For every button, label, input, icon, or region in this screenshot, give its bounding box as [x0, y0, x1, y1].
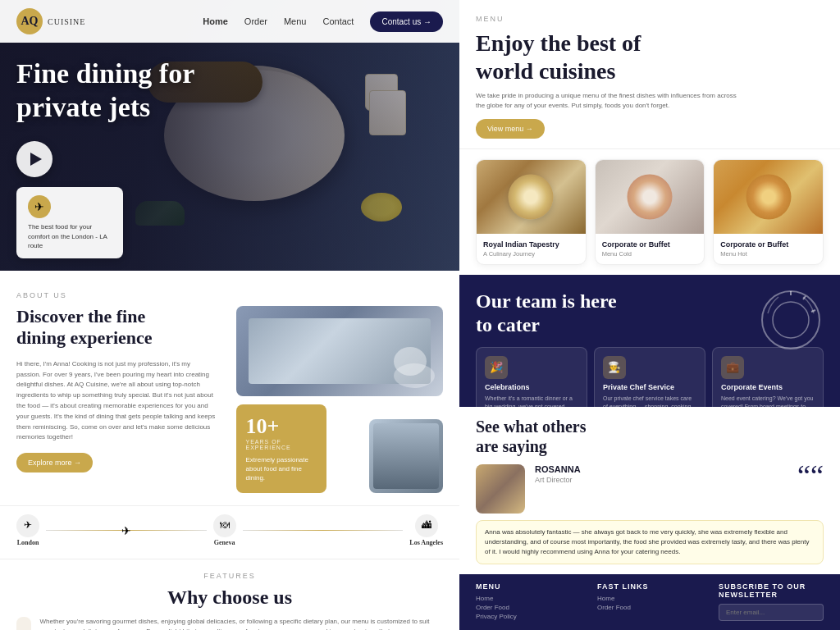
menu-card-indian: Royal Indian Tapestry A Culinary Journey [476, 159, 587, 265]
menu-card-curry: Corporate or Buffet Menu Hot [713, 159, 824, 265]
card-title-curry: Corporate or Buffet [720, 240, 816, 249]
stats-number: 10+ [246, 414, 317, 439]
nav-bar: AQ CUISINE Home Order Menu Contact Conta… [0, 0, 459, 43]
menu-title: Enjoy the best of world cuisines [476, 30, 824, 84]
team-section: Our team is here to cater [459, 275, 840, 407]
corporate-icon: 💼 [721, 356, 744, 379]
card-content-salmon: Corporate or Buffet Menu Cold [596, 234, 705, 264]
card-content-indian: Royal Indian Tapestry A Culinary Journey [477, 234, 586, 264]
newsletter-input[interactable] [719, 604, 824, 621]
features-title: Why choose us [16, 587, 443, 609]
card-subtitle-salmon: Menu Cold [602, 250, 698, 258]
logo-icon: AQ [16, 8, 43, 34]
route-mid: 🍽 Geneva [213, 514, 236, 546]
about-text-col: Discover the fine dining experience Hi t… [16, 306, 224, 493]
nav-link-menu[interactable]: Menu [284, 16, 307, 26]
feature-icon: 🍽 [16, 627, 31, 630]
nav-link-order[interactable]: Order [244, 16, 267, 26]
svg-point-0 [762, 291, 819, 349]
menu-card-salmon: Corporate or Buffet Menu Cold [595, 159, 705, 265]
left-panel: AQ CUISINE Home Order Menu Contact Conta… [0, 0, 459, 630]
card-img-indian [477, 160, 586, 234]
team-card-title-corporate: Corporate Events [721, 383, 815, 391]
team-card-body-corporate: Need event catering? We've got you cover… [721, 395, 815, 407]
jet-image [236, 306, 444, 396]
team-card-corporate: 💼 Corporate Events Need event catering? … [712, 347, 824, 407]
plate-icon [758, 287, 824, 353]
footer-menu-order[interactable]: Order Food [476, 604, 581, 611]
contact-button[interactable]: Contact us → [370, 11, 443, 32]
badge-icon: ✈ [28, 195, 51, 218]
nav-link-contact[interactable]: Contact [322, 16, 354, 26]
testimonial-section: See what others are saying ROSANNA Art D… [459, 407, 840, 574]
page-wrapper: AQ CUISINE Home Order Menu Contact Conta… [0, 0, 840, 630]
nav-links: Home Order Menu Contact [203, 16, 354, 26]
nav-link-home[interactable]: Home [203, 16, 228, 26]
route-to-city: Los Angeles [409, 539, 443, 546]
card-title-salmon: Corporate or Buffet [602, 240, 698, 249]
team-title: Our team is here to cater [476, 290, 617, 337]
play-icon [30, 153, 42, 166]
card-subtitle-indian: A Culinary Journey [483, 250, 579, 258]
team-card-celebrations: 🎉 Celebrations Whether it's a romantic d… [476, 347, 587, 407]
testimonial-text: Anna was absolutely fantastic — she alwa… [476, 520, 824, 564]
route-mid-city: Geneva [214, 539, 235, 546]
features-label: FEATURES [16, 572, 443, 580]
route-from-icon: ✈ [16, 514, 39, 537]
best-food-badge: ✈ The best food for your comfort on the … [16, 187, 123, 258]
footer-menu-title: Menu [476, 582, 581, 591]
route-mid-icon: 🍽 [213, 514, 236, 537]
testimonial-card: ROSANNA Art Director ““ [476, 464, 824, 514]
testimonial-role: Art Director [535, 476, 788, 484]
card-img-curry [714, 160, 823, 234]
team-card-title-celebrations: Celebrations [485, 383, 578, 391]
footer-fast-title: Fast Links [597, 582, 702, 591]
menu-cards: Royal Indian Tapestry A Culinary Journey… [459, 149, 840, 275]
testimonial-heading: See what others are saying [476, 417, 824, 456]
right-panel: MENU Enjoy the best of world cuisines We… [459, 0, 840, 630]
quote-icon: ““ [797, 464, 824, 488]
footer-menu-privacy[interactable]: Privacy Policy [476, 613, 581, 620]
testimonial-name: ROSANNA [535, 464, 788, 474]
hero-content: Fine dining for private jets [16, 57, 194, 177]
footer-col-newsletter: Subscribe to our newsletter [719, 582, 824, 622]
card-title-indian: Royal Indian Tapestry [483, 240, 579, 249]
logo-text: CUISINE [48, 17, 85, 26]
team-card-body-chef: Our private chef service takes care of e… [603, 395, 696, 407]
route-to: 🏙 Los Angeles [409, 514, 443, 546]
stats-desc: Extremely passionate about food and fine… [246, 455, 317, 483]
feature-icon-box: 🍽 [16, 617, 31, 630]
about-section: ABOUT US Discover the fine dining experi… [0, 271, 459, 505]
plane-icon: ✈ [121, 524, 131, 538]
menu-top-section: MENU Enjoy the best of world cuisines We… [459, 0, 840, 149]
footer-section: Menu Home Order Food Privacy Policy Fast… [459, 574, 840, 630]
testimonial-avatar [476, 464, 525, 514]
route-line: ✈ [46, 530, 207, 531]
logo-area: AQ CUISINE [16, 8, 85, 34]
card-content-curry: Corporate or Buffet Menu Hot [714, 234, 823, 264]
footer-menu-home[interactable]: Home [476, 595, 581, 602]
footer-fast-home[interactable]: Home [597, 595, 702, 602]
play-button[interactable] [16, 141, 52, 177]
about-body: Hi there, I'm Anna! Cooking is not just … [16, 359, 216, 443]
celebrations-icon: 🎉 [485, 356, 508, 379]
stats-box: 10+ years of experience Extremely passio… [236, 404, 326, 493]
route-section: ✈ London ✈ 🍽 Geneva 🏙 Los Angeles [0, 505, 459, 559]
footer-fast-order[interactable]: Order Food [597, 604, 702, 611]
about-grid: Discover the fine dining experience Hi t… [16, 306, 443, 493]
hero-title: Fine dining for private jets [16, 57, 194, 125]
team-card-chef: 👨‍🍳 Private Chef Service Our private che… [594, 347, 705, 407]
footer-col-menu: Menu Home Order Food Privacy Policy [476, 582, 581, 622]
view-menu-button[interactable]: View menu → [476, 119, 545, 139]
about-images-col: 10+ years of experience Extremely passio… [236, 306, 444, 493]
svg-point-1 [773, 302, 809, 338]
hero-section: AQ CUISINE Home Order Menu Contact Conta… [0, 0, 459, 271]
features-body: Whether you're savoring gourmet dishes, … [39, 617, 443, 630]
route-to-icon: 🏙 [415, 514, 438, 537]
testimonial-info: ROSANNA Art Director [535, 464, 788, 489]
features-section: FEATURES Why choose us 🍽 Whether you're … [0, 559, 459, 630]
explore-button[interactable]: Explore more → [16, 453, 93, 472]
card-img-salmon [596, 160, 705, 234]
about-label: ABOUT US [16, 291, 443, 299]
chef-image [369, 419, 443, 493]
